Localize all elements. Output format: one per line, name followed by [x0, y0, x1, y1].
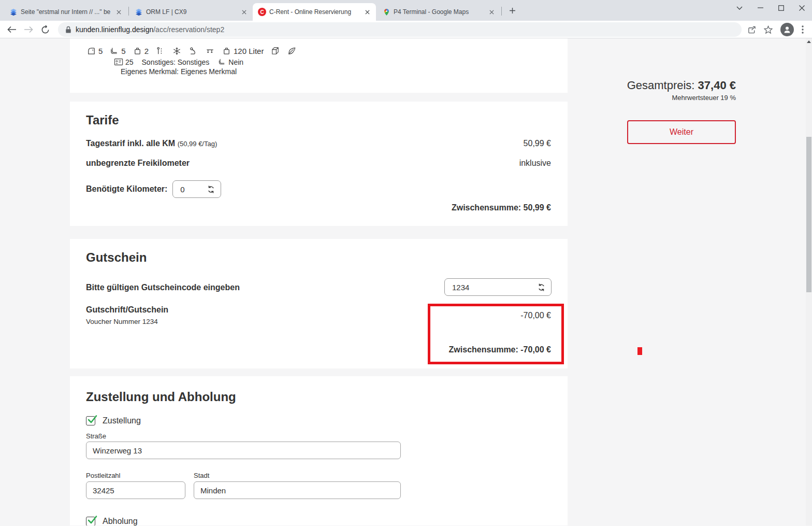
tab-separator: [501, 7, 502, 16]
free-km-value: inklusive: [519, 159, 551, 168]
forward-arrow-icon: [24, 26, 33, 33]
free-km-row: unbegrenzte Freikilometer inklusive: [86, 159, 551, 168]
tab-title: P4 Terminal - Google Maps: [394, 8, 484, 16]
scroll-up-icon: [807, 40, 811, 43]
feature-custom-row: Eigenes Merkmal: Eigenes Merkmal: [70, 67, 287, 76]
url-text: kunden.linienflug.design/acc/reservation…: [76, 25, 224, 34]
car-door-icon: [86, 46, 96, 56]
id-card-icon: [114, 58, 123, 66]
close-icon[interactable]: [363, 8, 372, 17]
sync-icon: [537, 283, 546, 292]
delivery-checkbox[interactable]: [86, 416, 95, 425]
feature-gearshift: [155, 46, 165, 56]
feature-childseat: Nein: [218, 58, 243, 66]
maximize-icon[interactable]: [771, 0, 791, 16]
suitcase-icon: [133, 46, 142, 56]
tab-intern[interactable]: Seite "erstmal nur Intern // ..." be: [4, 3, 127, 21]
city-input[interactable]: [194, 481, 401, 499]
feature-towbar: [189, 46, 198, 56]
refresh-km-button[interactable]: [207, 185, 215, 194]
price-summary: Gesamtpreis: 37,40 € Mehrwertsteuer 19 %: [627, 79, 736, 102]
menu-button[interactable]: [796, 23, 809, 36]
daily-rate-row: Tagestarif inkl. alle KM (50,99 €/Tag) 5…: [86, 139, 551, 148]
seat-icon: [109, 46, 119, 56]
gearshift-icon: [155, 46, 165, 56]
suitcase-icon: [222, 46, 231, 56]
voucher-code-label: Bitte gültigen Gutscheincode eingeben: [86, 283, 240, 292]
feature-eco: [287, 46, 297, 56]
profile-avatar[interactable]: [780, 23, 794, 36]
roof-rack-icon: [205, 46, 215, 56]
free-km-label: unbegrenzte Freikilometer: [86, 159, 190, 168]
pickup-checkbox-row: Abholung: [86, 517, 138, 525]
snowflake-icon: [172, 46, 182, 56]
voucher-code-input[interactable]: [445, 283, 551, 292]
page-scrollbar[interactable]: [806, 38, 812, 525]
window-controls: [729, 0, 812, 16]
credit-sublabel: Voucher Nummer 1234: [86, 318, 158, 325]
address-bar[interactable]: kunden.linienflug.design/acc/reservation…: [58, 22, 742, 37]
tab-title: ORM LF | CX9: [146, 8, 237, 16]
close-icon[interactable]: [240, 8, 249, 17]
feature-seats: 5: [109, 46, 125, 56]
reload-button[interactable]: [38, 23, 52, 36]
plus-icon: [509, 7, 516, 14]
browser-toolbar: kunden.linienflug.design/acc/reservation…: [0, 21, 812, 38]
url-path: /acc/reservation/step2: [153, 25, 224, 34]
scrollbar-thumb[interactable]: [806, 137, 811, 292]
refresh-voucher-button[interactable]: [537, 283, 546, 292]
minimize-icon[interactable]: [750, 0, 771, 16]
share-button[interactable]: [745, 23, 758, 36]
feature-ac: [172, 46, 182, 56]
cube-icon: [270, 46, 280, 56]
tab-crent-active[interactable]: C C-Rent - Online Reservierung: [253, 3, 376, 21]
tab-orm[interactable]: ORM LF | CX9: [129, 3, 253, 21]
total-price: Gesamtpreis: 37,40 €: [627, 79, 736, 92]
layers-icon: [9, 8, 18, 16]
sync-icon: [207, 185, 215, 194]
delivery-heading: Zustellung und Abholung: [86, 390, 236, 404]
continue-button[interactable]: Weiter: [627, 120, 736, 144]
delivery-checkbox-label: Zustellung: [103, 416, 141, 425]
daily-rate-value: 50,99 €: [524, 139, 551, 148]
check-icon: [87, 414, 97, 424]
city-label: Stadt: [194, 472, 209, 479]
needed-km-inputbox: [172, 180, 221, 198]
tarife-subtotal: Zwischensumme: 50,99 €: [452, 203, 551, 212]
seat-icon: [218, 58, 226, 66]
person-icon: [783, 25, 791, 34]
back-button[interactable]: [5, 23, 19, 36]
street-input[interactable]: [86, 442, 401, 459]
tab-maps[interactable]: P4 Terminal - Google Maps: [377, 3, 500, 21]
close-icon[interactable]: [487, 8, 496, 17]
google-maps-pin-icon: [382, 8, 390, 16]
close-window-icon[interactable]: [791, 0, 812, 16]
vat-note: Mehrwertsteuer 19 %: [627, 94, 736, 102]
back-arrow-icon: [7, 26, 17, 33]
close-icon[interactable]: [114, 8, 123, 17]
feature-doors: 5: [86, 46, 103, 56]
layers-icon: [135, 8, 143, 16]
pickup-checkbox[interactable]: [86, 517, 95, 525]
new-tab-button[interactable]: [505, 4, 519, 17]
tab-title: Seite "erstmal nur Intern // ..." be: [21, 8, 111, 16]
chevron-down-icon[interactable]: [729, 0, 750, 16]
kebab-menu-icon: [802, 25, 804, 34]
gutschein-card: Gutschein Bitte gültigen Gutscheincode e…: [70, 239, 568, 368]
check-icon: [87, 515, 97, 525]
delivery-checkbox-row: Zustellung: [86, 416, 141, 425]
crent-logo-icon: C: [258, 8, 266, 16]
feature-icon-row: 5 5 2 120 Liter: [86, 46, 297, 56]
daily-rate-label: Tagestarif inkl. alle KM (50,99 €/Tag): [86, 139, 217, 148]
gutschein-subtotal: Zwischensumme: -70,00 €: [449, 345, 551, 354]
bookmark-button[interactable]: [761, 23, 775, 36]
tab-separator: [128, 7, 129, 16]
leaf-icon: [287, 46, 297, 56]
url-domain: kunden.linienflug.design: [76, 25, 153, 34]
zip-input[interactable]: [86, 481, 185, 499]
pickup-checkbox-label: Abholung: [103, 517, 138, 525]
towbar-icon: [189, 46, 198, 56]
voucher-code-inputbox: [444, 278, 552, 296]
forward-button[interactable]: [22, 23, 35, 36]
reload-icon: [41, 25, 50, 34]
